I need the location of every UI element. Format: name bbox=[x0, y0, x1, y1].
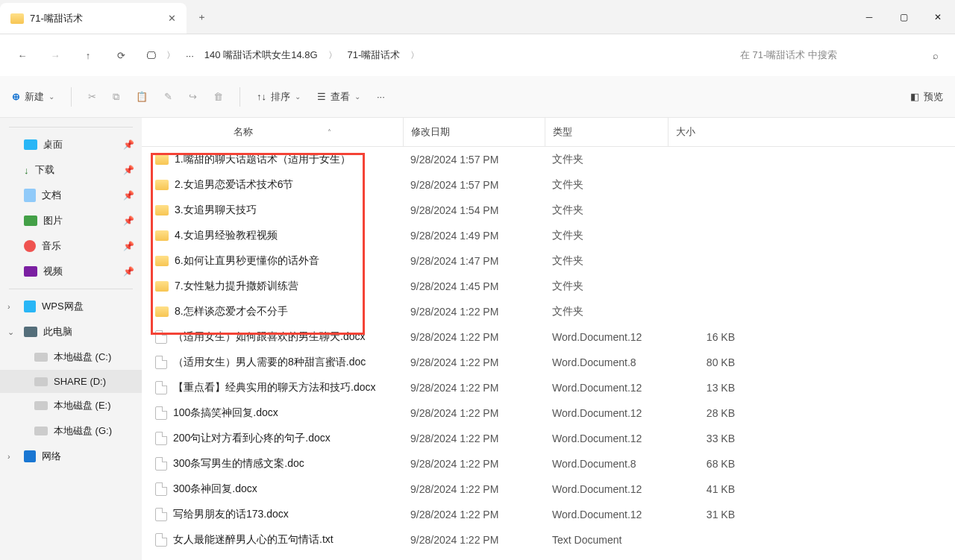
up-button[interactable]: ↑ bbox=[73, 40, 103, 70]
file-name: 女人最能迷醉男人心的五句情话.txt bbox=[173, 533, 334, 547]
table-row[interactable]: 4.女追男经验教程视频9/28/2024 1:49 PM文件夹 bbox=[142, 223, 955, 248]
breadcrumb-segment[interactable]: 140 嘴甜话术哄女生14.8G bbox=[204, 48, 318, 62]
column-name[interactable]: 名称˄ bbox=[142, 118, 403, 146]
breadcrumb-dots[interactable]: ··· bbox=[186, 50, 194, 61]
network-icon bbox=[24, 450, 36, 462]
table-row[interactable]: （适用女生）男人需要的8种甜言蜜语.doc9/28/2024 1:22 PMWo… bbox=[142, 350, 955, 375]
file-name: 7.女性魅力提升撒娇训练营 bbox=[175, 280, 298, 293]
file-type: 文件夹 bbox=[545, 153, 668, 166]
file-name: （适用女生）男人需要的8种甜言蜜语.doc bbox=[173, 356, 366, 369]
file-type: 文件夹 bbox=[545, 178, 668, 192]
table-row[interactable]: 300条写男生的情感文案.doc9/28/2024 1:22 PMWord.Do… bbox=[142, 451, 955, 476]
sidebar-item-desktop[interactable]: 桌面📌 bbox=[0, 132, 142, 157]
file-size: 31 KB bbox=[668, 509, 750, 520]
wps-icon bbox=[24, 301, 36, 312]
table-row[interactable]: 【重点看】经典实用的聊天方法和技巧.docx9/28/2024 1:22 PMW… bbox=[142, 375, 955, 400]
more-button[interactable]: ··· bbox=[377, 91, 385, 102]
file-date: 9/28/2024 1:22 PM bbox=[403, 306, 545, 318]
file-type: Word.Document.8 bbox=[545, 458, 668, 470]
sidebar-item-music[interactable]: 音乐📌 bbox=[0, 233, 142, 259]
folder-icon bbox=[10, 13, 24, 24]
sidebar-item-wps[interactable]: ›WPS网盘 bbox=[0, 294, 142, 319]
list-icon: ☰ bbox=[317, 91, 326, 102]
table-row[interactable]: 1.嘴甜的聊天话题话术（适用于女生）9/28/2024 1:57 PM文件夹 bbox=[142, 147, 955, 172]
table-row[interactable]: 7.女性魅力提升撒娇训练营9/28/2024 1:45 PM文件夹 bbox=[142, 274, 955, 299]
file-type: Word.Document.12 bbox=[545, 483, 668, 495]
minimize-button[interactable]: ─ bbox=[852, 0, 886, 34]
breadcrumb-segment[interactable]: 71-嘴甜话术 bbox=[348, 48, 401, 62]
tab-current[interactable]: 71-嘴甜话术 ✕ bbox=[0, 3, 187, 34]
preview-label: 预览 bbox=[924, 90, 943, 104]
delete-button[interactable]: 🗑 bbox=[213, 91, 223, 102]
cut-button[interactable]: ✂ bbox=[88, 91, 96, 102]
sidebar-item-drive-d[interactable]: SHARE (D:) bbox=[0, 370, 142, 393]
sidebar-label: 视频 bbox=[43, 265, 63, 278]
sidebar-item-pictures[interactable]: 图片📌 bbox=[0, 208, 142, 233]
table-row[interactable]: 2.女追男恋爱话术技术6节9/28/2024 1:57 PM文件夹 bbox=[142, 172, 955, 198]
new-tab-button[interactable]: ＋ bbox=[187, 0, 216, 34]
sidebar-item-drive-c[interactable]: 本地磁盘 (C:) bbox=[0, 345, 142, 370]
file-size: 28 KB bbox=[668, 407, 750, 419]
file-name: 1.嘴甜的聊天话题话术（适用于女生） bbox=[175, 153, 351, 166]
pin-icon: 📌 bbox=[123, 215, 134, 226]
sidebar-item-drive-e[interactable]: 本地磁盘 (E:) bbox=[0, 393, 142, 418]
sidebar-item-documents[interactable]: 文档📌 bbox=[0, 183, 142, 208]
table-row[interactable]: 6.如何让直男秒更懂你的话外音9/28/2024 1:47 PM文件夹 bbox=[142, 248, 955, 274]
view-button[interactable]: ☰ 查看 ⌄ bbox=[317, 90, 360, 104]
sidebar-item-thispc[interactable]: ⌄此电脑 bbox=[0, 319, 142, 345]
file-name: 2.女追男恋爱话术技术6节 bbox=[175, 178, 293, 192]
share-button[interactable]: ↪ bbox=[189, 91, 197, 102]
copy-button[interactable]: ⧉ bbox=[113, 91, 119, 103]
table-row[interactable]: 100条搞笑神回复.docx9/28/2024 1:22 PMWord.Docu… bbox=[142, 400, 955, 426]
new-button[interactable]: ⊕ 新建 ⌄ bbox=[12, 90, 54, 104]
table-row[interactable]: 200句让对方看到心疼的句子.docx9/28/2024 1:22 PMWord… bbox=[142, 426, 955, 451]
preview-icon: ◧ bbox=[910, 91, 919, 102]
sidebar-item-videos[interactable]: 视频📌 bbox=[0, 259, 142, 284]
file-date: 9/28/2024 1:22 PM bbox=[403, 356, 545, 368]
sort-button[interactable]: ↑↓ 排序 ⌄ bbox=[257, 90, 301, 104]
column-type[interactable]: 类型 bbox=[545, 118, 668, 146]
sidebar-label: 本地磁盘 (G:) bbox=[54, 424, 112, 438]
sidebar-item-network[interactable]: ›网络 bbox=[0, 444, 142, 469]
pin-icon: 📌 bbox=[123, 241, 134, 251]
file-size: 16 KB bbox=[668, 331, 750, 343]
preview-button[interactable]: ◧ 预览 bbox=[910, 90, 943, 104]
table-row[interactable]: 8.怎样谈恋爱才会不分手9/28/2024 1:22 PM文件夹 bbox=[142, 299, 955, 324]
table-row[interactable]: 女人最能迷醉男人心的五句情话.txt9/28/2024 1:22 PMText … bbox=[142, 527, 955, 553]
column-size[interactable]: 大小 bbox=[668, 118, 750, 146]
file-type: 文件夹 bbox=[545, 280, 668, 293]
file-date: 9/28/2024 1:47 PM bbox=[403, 255, 545, 267]
documents-icon bbox=[24, 189, 36, 202]
chevron-down-icon: ⌄ bbox=[354, 92, 360, 101]
forward-button[interactable]: → bbox=[40, 40, 70, 70]
column-date[interactable]: 修改日期 bbox=[403, 118, 545, 146]
table-row[interactable]: 300条神回复.docx9/28/2024 1:22 PMWord.Docume… bbox=[142, 476, 955, 502]
sidebar-item-drive-g[interactable]: 本地磁盘 (G:) bbox=[0, 418, 142, 444]
main-area: 桌面📌 ↓下载📌 文档📌 图片📌 音乐📌 视频📌 ›WPS网盘 ⌄此电脑 本地磁… bbox=[0, 118, 955, 560]
file-name: 写给男朋友的话173.docx bbox=[173, 508, 289, 521]
rename-button[interactable]: ✎ bbox=[164, 91, 172, 102]
table-row[interactable]: 写给男朋友的话173.docx9/28/2024 1:22 PMWord.Doc… bbox=[142, 502, 955, 527]
sidebar-item-downloads[interactable]: ↓下载📌 bbox=[0, 157, 142, 183]
drive-icon bbox=[34, 401, 48, 410]
paste-button[interactable]: 📋 bbox=[136, 91, 148, 102]
sidebar-label: 本地磁盘 (E:) bbox=[54, 399, 111, 412]
desktop-icon bbox=[24, 139, 37, 150]
separator bbox=[9, 289, 133, 289]
close-button[interactable]: ✕ bbox=[921, 0, 955, 34]
address-bar[interactable]: 🖵 〉 ··· 140 嘴甜话术哄女生14.8G 〉 71-嘴甜话术 〉 bbox=[139, 48, 722, 62]
table-row[interactable]: 3.女追男聊天技巧9/28/2024 1:54 PM文件夹 bbox=[142, 198, 955, 223]
pin-icon: 📌 bbox=[123, 190, 134, 201]
refresh-button[interactable]: ⟳ bbox=[106, 40, 136, 70]
folder-icon bbox=[155, 256, 169, 266]
maximize-button[interactable]: ▢ bbox=[886, 0, 921, 34]
back-button[interactable]: ← bbox=[7, 40, 37, 70]
file-name: 4.女追男经验教程视频 bbox=[175, 229, 278, 242]
search-input[interactable]: 在 71-嘴甜话术 中搜索 ⌕ bbox=[731, 43, 948, 68]
tab-close-icon[interactable]: ✕ bbox=[168, 13, 176, 24]
document-icon bbox=[155, 457, 167, 471]
title-bar: 71-嘴甜话术 ✕ ＋ ─ ▢ ✕ bbox=[0, 0, 955, 34]
file-type: Word.Document.8 bbox=[545, 356, 668, 368]
table-row[interactable]: （适用女生）如何跟喜欢的男生聊天.docx9/28/2024 1:22 PMWo… bbox=[142, 324, 955, 350]
file-date: 9/28/2024 1:22 PM bbox=[403, 458, 545, 470]
